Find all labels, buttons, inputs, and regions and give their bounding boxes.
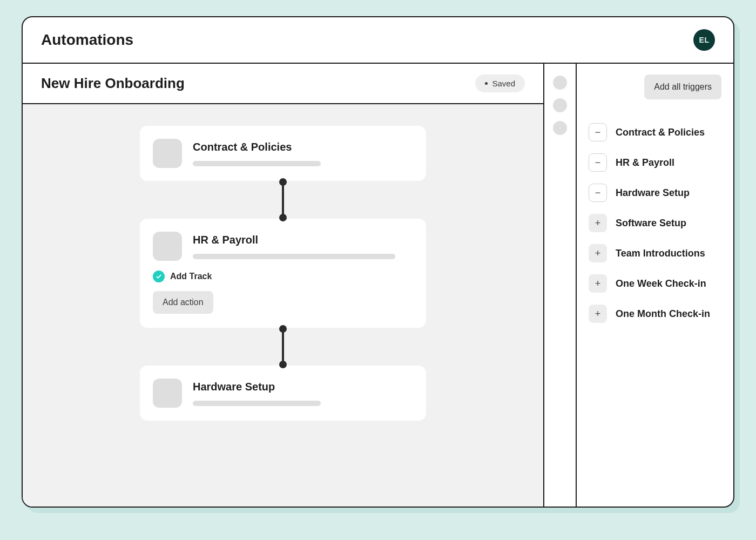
trigger-item: + Software Setup [589,214,721,232]
add-track-row[interactable]: Add Track [153,271,413,282]
node-placeholder-line [193,401,321,406]
add-trigger-button[interactable]: + [589,244,607,262]
minus-icon: − [595,157,601,168]
scroll-dot-icon[interactable] [553,121,567,135]
triggers-sidebar: Add all triggers − Contract & Policies −… [577,64,733,507]
status-label: Saved [492,79,515,88]
connector-icon [281,181,285,219]
avatar[interactable]: EL [693,29,715,51]
add-trigger-button[interactable]: + [589,305,607,323]
trigger-item: + One Month Check-in [589,305,721,323]
plus-icon: + [595,218,601,229]
app-frame: Automations EL New Hire Onboarding Saved [22,16,734,508]
trigger-item: + Team Introductions [589,244,721,262]
check-icon [153,271,165,282]
workflow-node[interactable]: Contract & Policies [140,126,426,181]
trigger-label: HR & Payroll [616,157,674,168]
node-title: Contract & Policies [193,141,413,153]
status-badge: Saved [475,75,525,92]
node-thumbnail-icon [153,139,182,168]
node-thumbnail-icon [153,379,182,408]
connector-icon [281,328,285,366]
trigger-label: One Month Check-in [616,308,710,320]
content-row: New Hire Onboarding Saved Contract & Pol… [23,64,733,507]
trigger-item: − Contract & Policies [589,123,721,141]
status-dot-icon [485,82,488,85]
canvas-column: New Hire Onboarding Saved Contract & Pol… [23,64,544,507]
node-title: Hardware Setup [193,381,413,393]
trigger-item: − Hardware Setup [589,184,721,202]
remove-trigger-button[interactable]: − [589,184,607,202]
node-placeholder-line [193,254,395,259]
remove-trigger-button[interactable]: − [589,123,607,141]
trigger-item: + One Week Check-in [589,274,721,293]
trigger-list: − Contract & Policies − HR & Payroll − H… [589,123,721,323]
workflow-node[interactable]: HR & Payroll Add Track Add action [140,219,426,328]
app-header: Automations EL [23,17,733,64]
workflow-node[interactable]: Hardware Setup [140,366,426,421]
automation-title: New Hire Onboarding [41,75,185,92]
page-title: Automations [41,31,133,49]
trigger-label: Team Introductions [616,248,705,259]
trigger-label: Contract & Policies [616,127,705,138]
plus-icon: + [595,278,601,289]
minus-icon: − [595,127,601,138]
remove-trigger-button[interactable]: − [589,153,607,172]
add-action-button[interactable]: Add action [153,291,213,314]
add-trigger-button[interactable]: + [589,214,607,232]
add-all-triggers-button[interactable]: Add all triggers [644,75,721,99]
scroll-dot-icon[interactable] [553,98,567,112]
minus-icon: − [595,187,601,199]
add-track-label: Add Track [170,272,212,281]
node-placeholder-line [193,161,321,166]
plus-icon: + [595,308,601,320]
scroll-dot-icon[interactable] [553,76,567,90]
node-thumbnail-icon [153,232,182,261]
canvas-scroll-indicator [544,64,577,507]
canvas-header: New Hire Onboarding Saved [23,64,543,104]
trigger-label: Software Setup [616,218,686,229]
trigger-label: Hardware Setup [616,187,690,199]
plus-icon: + [595,248,601,259]
add-trigger-button[interactable]: + [589,274,607,293]
workflow-canvas[interactable]: Contract & Policies HR & Payroll [23,104,543,507]
node-title: HR & Payroll [193,234,413,246]
trigger-label: One Week Check-in [616,278,706,289]
trigger-item: − HR & Payroll [589,153,721,172]
